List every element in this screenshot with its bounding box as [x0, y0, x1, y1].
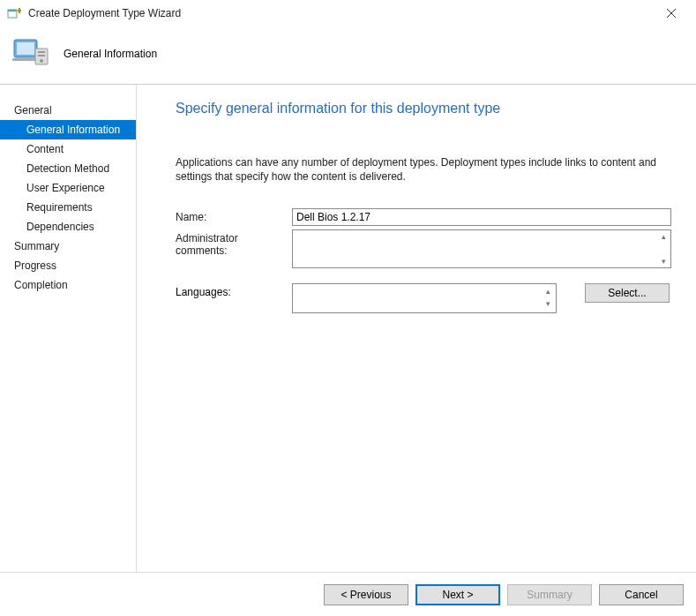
- sidebar-step-general-information[interactable]: General Information: [0, 120, 136, 139]
- scroll-up-icon[interactable]: ▴: [541, 285, 555, 297]
- languages-scrollbar[interactable]: ▴ ▾: [541, 285, 555, 310]
- cancel-button[interactable]: Cancel: [599, 584, 684, 605]
- svg-rect-2: [19, 8, 20, 10]
- title-bar: Create Deployment Type Wizard: [0, 0, 696, 26]
- scroll-down-icon[interactable]: ▾: [541, 297, 555, 310]
- sidebar-step-content[interactable]: Content: [0, 139, 136, 159]
- name-input[interactable]: [292, 208, 671, 226]
- svg-rect-3: [18, 10, 19, 11]
- svg-point-14: [40, 59, 43, 63]
- sidebar-step-general[interactable]: General: [0, 101, 136, 120]
- close-button[interactable]: [654, 0, 689, 26]
- sidebar-step-dependencies[interactable]: Dependencies: [0, 217, 136, 237]
- wizard-content-pane: Specify general information for this dep…: [137, 85, 696, 572]
- sidebar-step-requirements[interactable]: Requirements: [0, 198, 136, 217]
- svg-rect-5: [19, 11, 20, 13]
- name-label: Name:: [176, 208, 292, 223]
- comments-scrollbar[interactable]: ▴ ▾: [656, 230, 670, 267]
- wizard-icon: [7, 6, 21, 20]
- svg-rect-4: [19, 10, 21, 11]
- page-instruction: Applications can have any number of depl…: [176, 155, 670, 184]
- languages-label: Languages:: [176, 283, 292, 298]
- scroll-up-icon[interactable]: ▴: [656, 230, 670, 243]
- page-heading: Specify general information for this dep…: [176, 101, 671, 116]
- computer-icon: [11, 34, 49, 73]
- sidebar-step-completion[interactable]: Completion: [0, 275, 136, 295]
- wizard-step-sidebar: GeneralGeneral InformationContentDetecti…: [0, 85, 137, 572]
- next-button[interactable]: Next >: [415, 584, 500, 605]
- comments-label: Administrator comments:: [176, 229, 292, 257]
- wizard-footer: < Previous Next > Summary Cancel: [0, 572, 696, 616]
- scroll-down-icon[interactable]: ▾: [656, 255, 670, 267]
- previous-button[interactable]: < Previous: [324, 584, 408, 605]
- svg-rect-12: [38, 51, 45, 53]
- sidebar-step-progress[interactable]: Progress: [0, 256, 136, 275]
- languages-listbox[interactable]: ▴ ▾: [292, 283, 557, 313]
- wizard-header: General Information: [0, 26, 696, 85]
- svg-rect-1: [8, 10, 17, 11]
- svg-rect-13: [38, 55, 45, 56]
- svg-rect-9: [17, 42, 34, 55]
- header-title: General Information: [64, 48, 157, 60]
- window-title: Create Deployment Type Wizard: [28, 7, 654, 19]
- sidebar-step-summary[interactable]: Summary: [0, 237, 136, 256]
- sidebar-step-detection-method[interactable]: Detection Method: [0, 159, 136, 178]
- select-languages-button[interactable]: Select...: [585, 283, 670, 303]
- comments-textarea[interactable]: [292, 229, 671, 268]
- summary-button: Summary: [507, 584, 592, 605]
- sidebar-step-user-experience[interactable]: User Experience: [0, 178, 136, 198]
